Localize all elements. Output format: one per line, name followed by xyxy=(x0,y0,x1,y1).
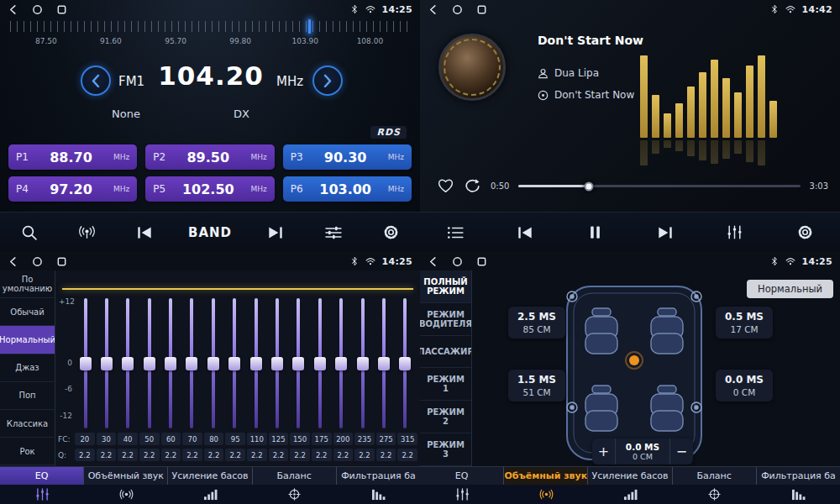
preset-p3[interactable]: P3 90.30 MHz xyxy=(283,144,412,170)
rear-left-delay[interactable]: 1.5 MS 51 CM xyxy=(508,370,565,402)
eq-preset-custom[interactable]: Обычай xyxy=(0,298,55,326)
recents-button[interactable] xyxy=(56,4,67,15)
eq-band-slider[interactable] xyxy=(332,298,351,428)
next-track-button[interactable] xyxy=(651,225,680,240)
preset-p1[interactable]: P1 88.70 MHz xyxy=(8,144,137,170)
album-art[interactable] xyxy=(438,34,506,101)
decrease-delay-button[interactable]: − xyxy=(669,438,693,465)
frequency-scale[interactable]: 87.50 91.60 95.70 99.80 103.90 108.00 xyxy=(10,21,410,50)
slider-handle[interactable] xyxy=(228,357,240,370)
slider-handle[interactable] xyxy=(335,357,347,370)
front-right-delay[interactable]: 0.5 MS 17 CM xyxy=(716,307,773,339)
settings-gear-icon[interactable] xyxy=(377,223,406,241)
eq-band-slider[interactable] xyxy=(97,298,116,428)
filter-tab-icon[interactable] xyxy=(336,485,420,504)
bass-boost-tab-icon[interactable] xyxy=(588,485,672,504)
tuner-settings-icon[interactable] xyxy=(319,225,348,240)
band-button[interactable]: BAND xyxy=(188,225,232,240)
tab-bass-boost[interactable]: Усиление басов xyxy=(588,467,672,485)
eq-band-slider[interactable] xyxy=(139,298,159,428)
home-button[interactable] xyxy=(452,4,463,15)
mode-full[interactable]: ПОЛНЫЙ РЕЖИМ xyxy=(420,270,471,303)
recents-button[interactable] xyxy=(476,256,487,267)
eq-band-slider[interactable] xyxy=(246,298,265,428)
eq-band-slider[interactable] xyxy=(396,298,415,428)
tab-eq[interactable]: EQ xyxy=(420,467,504,485)
tab-surround[interactable]: Объёмный звук xyxy=(84,467,168,485)
slider-handle[interactable] xyxy=(314,357,326,370)
eq-band-slider[interactable] xyxy=(268,298,287,428)
eq-tab-icon[interactable] xyxy=(0,485,84,504)
next-station-button[interactable] xyxy=(261,225,290,240)
balance-tab-icon[interactable] xyxy=(252,485,336,504)
recents-button[interactable] xyxy=(476,4,487,15)
previous-station-button[interactable] xyxy=(130,225,159,240)
tab-balance[interactable]: Баланс xyxy=(673,467,757,485)
eq-preset-jazz[interactable]: Джаз xyxy=(0,354,55,382)
eq-preset-rock[interactable]: Рок xyxy=(0,438,55,465)
slider-handle[interactable] xyxy=(357,357,369,370)
balance-tab-icon[interactable] xyxy=(672,485,756,504)
mode-driver[interactable]: РЕЖИМ ВОДИТЕЛЯ xyxy=(420,303,471,336)
back-button[interactable] xyxy=(428,4,438,15)
eq-band-slider[interactable] xyxy=(353,298,372,428)
rear-right-delay[interactable]: 0.0 MS 0 CM xyxy=(716,370,773,402)
surround-tab-icon[interactable] xyxy=(504,485,588,504)
eq-preset-default[interactable]: По умолчанию xyxy=(0,270,55,298)
back-button[interactable] xyxy=(8,256,18,267)
slider-handle[interactable] xyxy=(292,357,304,370)
progress-knob[interactable] xyxy=(585,181,594,191)
back-button[interactable] xyxy=(428,256,438,267)
eq-band-slider[interactable] xyxy=(289,298,308,428)
back-button[interactable] xyxy=(8,4,18,15)
preset-p6[interactable]: P6 103.00 MHz xyxy=(283,176,412,202)
stereo-mode[interactable]: None xyxy=(112,108,140,120)
slider-handle[interactable] xyxy=(186,357,197,370)
slider-handle[interactable] xyxy=(101,357,113,370)
eq-preset-pop[interactable]: Поп xyxy=(0,382,55,410)
playlist-button[interactable] xyxy=(441,225,470,240)
pause-button[interactable] xyxy=(580,224,609,240)
repeat-button[interactable] xyxy=(464,178,481,194)
mode-3[interactable]: РЕЖИМ 3 xyxy=(420,433,471,466)
preset-p2[interactable]: P2 89.50 MHz xyxy=(145,144,274,170)
preset-mode-button[interactable]: Нормальный xyxy=(747,280,833,298)
eq-band-slider[interactable] xyxy=(118,298,138,428)
eq-band-slider[interactable] xyxy=(310,298,329,428)
bass-boost-tab-icon[interactable] xyxy=(168,485,252,504)
favorite-button[interactable] xyxy=(437,178,454,194)
front-left-delay[interactable]: 2.5 MS 85 CM xyxy=(508,307,565,339)
increase-delay-button[interactable]: + xyxy=(592,438,616,465)
slider-handle[interactable] xyxy=(399,357,411,370)
settings-gear-icon[interactable] xyxy=(790,223,819,241)
eq-band-slider[interactable] xyxy=(374,298,393,428)
slider-handle[interactable] xyxy=(122,357,134,370)
eq-band-slider[interactable] xyxy=(76,298,95,428)
dx-mode[interactable]: DX xyxy=(234,108,249,120)
slider-handle[interactable] xyxy=(144,357,155,370)
tab-eq[interactable]: EQ xyxy=(0,467,84,485)
seek-bar[interactable] xyxy=(518,185,800,187)
surround-tab-icon[interactable] xyxy=(84,485,168,504)
slider-handle[interactable] xyxy=(207,357,219,370)
home-button[interactable] xyxy=(32,4,43,15)
eq-preset-normal[interactable]: Нормальный xyxy=(0,326,55,354)
eq-preset-classic[interactable]: Классика xyxy=(0,410,55,438)
preset-p4[interactable]: P4 97.20 MHz xyxy=(8,176,137,202)
slider-handle[interactable] xyxy=(250,357,262,370)
tab-filter[interactable]: Фильтрация ба xyxy=(337,467,420,485)
tune-down-button[interactable] xyxy=(81,66,111,96)
mode-1[interactable]: РЕЖИМ 1 xyxy=(420,368,471,401)
mode-passenger[interactable]: ПАССАЖИР xyxy=(420,336,471,369)
search-button[interactable] xyxy=(14,223,43,241)
home-button[interactable] xyxy=(32,256,43,267)
slider-handle[interactable] xyxy=(378,357,390,370)
previous-track-button[interactable] xyxy=(511,225,539,240)
home-button[interactable] xyxy=(452,256,463,267)
slider-handle[interactable] xyxy=(271,357,283,370)
eq-band-slider[interactable] xyxy=(203,298,223,428)
slider-handle[interactable] xyxy=(80,357,92,370)
preset-p5[interactable]: P5 102.50 MHz xyxy=(145,176,274,202)
tab-surround[interactable]: Объёмный звук xyxy=(504,467,588,485)
tab-filter[interactable]: Фильтрация ба xyxy=(757,467,840,485)
